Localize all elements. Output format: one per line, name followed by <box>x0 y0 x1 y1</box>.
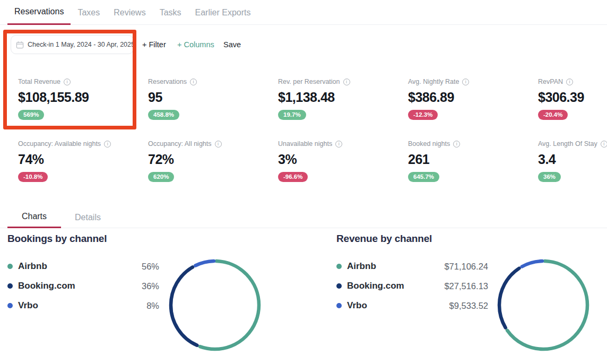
legend-item-vrbo: Vrbo 8% <box>7 299 159 312</box>
kpi-label: Total Revenue <box>18 78 60 85</box>
revenue-donut-chart[interactable] <box>496 257 591 353</box>
legend-dot <box>336 283 342 289</box>
legend-dot <box>7 283 13 289</box>
legend-item-booking-com: Booking.com $27,516.13 <box>336 280 488 292</box>
legend-label: Airbnb <box>18 261 142 272</box>
kpi-change-badge: 19.7% <box>278 110 306 120</box>
calendar-icon <box>16 41 24 49</box>
charts-details-tab-bar: Charts Details <box>0 206 607 228</box>
reservations-dashboard: Reservations Taxes Reviews Tasks Earlier… <box>0 0 607 364</box>
legend-value: $27,516.13 <box>444 281 488 291</box>
kpi-change-badge: 620% <box>148 172 174 182</box>
kpi-value: $108,155.89 <box>18 89 148 105</box>
legend-dot <box>336 264 342 269</box>
tab-charts[interactable]: Charts <box>7 206 61 228</box>
kpi-revpan: RevPAN $306.39 -20.4% <box>538 78 607 140</box>
info-icon[interactable] <box>104 141 111 148</box>
legend-dot <box>336 303 342 308</box>
kpi-value: 261 <box>408 151 538 167</box>
info-icon[interactable] <box>215 141 222 148</box>
info-icon[interactable] <box>190 79 197 85</box>
tab-tasks[interactable]: Tasks <box>153 0 188 25</box>
legend-label: Booking.com <box>18 281 142 291</box>
kpi-total-revenue: Total Revenue $108,155.89 569% <box>18 78 148 140</box>
kpi-label: Occupancy: All nights <box>148 140 212 148</box>
bookings-legend: Airbnb 56% Booking.com 36% Vrbo 8% <box>7 260 159 319</box>
revenue-legend: Airbnb $71,106.24 Booking.com $27,516.13… <box>336 260 488 319</box>
kpi-value: 74% <box>18 151 148 167</box>
legend-value: $9,533.52 <box>449 301 488 311</box>
kpi-label: Rev. per Reservation <box>278 78 340 85</box>
legend-label: Airbnb <box>347 261 444 272</box>
save-button[interactable]: Save <box>223 35 241 54</box>
kpi-booked-nights: Booked nights 261 645.7% <box>408 140 538 202</box>
tab-earlier-exports[interactable]: Earlier Exports <box>188 0 258 25</box>
info-icon[interactable] <box>462 79 469 85</box>
kpi-label: Avg. Nightly Rate <box>408 78 459 85</box>
kpi-value: 3% <box>278 151 408 167</box>
kpi-label: Booked nights <box>408 140 450 148</box>
kpi-label: Unavailable nights <box>278 140 332 148</box>
legend-value: $71,106.24 <box>444 262 488 272</box>
kpi-grid: Total Revenue $108,155.89 569% Reservati… <box>18 78 607 202</box>
info-icon[interactable] <box>64 79 71 85</box>
bookings-donut-chart[interactable] <box>167 257 263 353</box>
info-icon[interactable] <box>453 141 460 148</box>
legend-label: Vrbo <box>18 300 146 311</box>
tab-taxes[interactable]: Taxes <box>71 0 107 25</box>
kpi-value: $386.89 <box>408 89 538 105</box>
legend-item-vrbo: Vrbo $9,533.52 <box>336 299 488 312</box>
legend-value: 8% <box>146 301 159 311</box>
kpi-change-badge: -20.4% <box>538 110 568 120</box>
kpi-value: $306.39 <box>538 89 607 105</box>
date-range-value: Check-in 1 May, 2024 - 30 Apr, 2025 <box>28 41 135 48</box>
legend-label: Booking.com <box>347 281 444 291</box>
date-range-input[interactable]: Check-in 1 May, 2024 - 30 Apr, 2025 <box>11 35 134 54</box>
info-icon[interactable] <box>566 79 573 85</box>
legend-label: Vrbo <box>347 300 449 311</box>
kpi-value: 3.4 <box>538 151 607 167</box>
legend-value: 56% <box>142 262 159 272</box>
bookings-by-channel-title: Bookings by channel <box>7 233 107 245</box>
kpi-label: Reservations <box>148 78 187 85</box>
top-tab-bar: Reservations Taxes Reviews Tasks Earlier… <box>0 0 607 25</box>
legend-dot <box>7 303 13 308</box>
tab-reservations[interactable]: Reservations <box>7 0 71 25</box>
legend-item-booking-com: Booking.com 36% <box>7 280 159 292</box>
info-icon[interactable] <box>343 79 350 85</box>
kpi-change-badge: 36% <box>538 172 561 182</box>
kpi-value: 72% <box>148 151 278 167</box>
kpi-change-badge: -96.6% <box>278 172 308 182</box>
kpi-unavailable-nights: Unavailable nights 3% -96.6% <box>278 140 408 202</box>
kpi-occupancy-available-nights: Occupancy: Available nights 74% -10.8% <box>18 140 148 202</box>
kpi-avg-length-of-stay: Avg. Length Of Stay 3.4 36% <box>538 140 607 202</box>
legend-dot <box>7 264 13 269</box>
legend-value: 36% <box>142 281 159 291</box>
kpi-label: Avg. Length Of Stay <box>538 140 597 148</box>
kpi-change-badge: -12.3% <box>408 110 438 120</box>
info-icon[interactable] <box>601 141 607 148</box>
kpi-label: Occupancy: Available nights <box>18 140 101 148</box>
add-columns-button[interactable]: + Columns <box>177 35 214 54</box>
kpi-value: $1,138.48 <box>278 89 408 105</box>
kpi-change-badge: 569% <box>18 110 44 120</box>
kpi-change-badge: -10.8% <box>18 172 48 182</box>
tab-details[interactable]: Details <box>61 206 115 228</box>
kpi-change-badge: 458.8% <box>148 110 179 120</box>
kpi-rev-per-reservation: Rev. per Reservation $1,138.48 19.7% <box>278 78 408 140</box>
legend-item-airbnb: Airbnb $71,106.24 <box>336 260 488 273</box>
info-icon[interactable] <box>335 141 342 148</box>
kpi-occupancy-all-nights: Occupancy: All nights 72% 620% <box>148 140 278 202</box>
kpi-change-badge: 645.7% <box>408 172 439 182</box>
legend-item-airbnb: Airbnb 56% <box>7 260 159 273</box>
kpi-reservations: Reservations 95 458.8% <box>148 78 278 140</box>
add-filter-button[interactable]: + Filter <box>142 35 166 54</box>
kpi-label: RevPAN <box>538 78 563 85</box>
kpi-value: 95 <box>148 89 278 105</box>
revenue-by-channel-title: Revenue by channel <box>336 233 432 245</box>
tab-reviews[interactable]: Reviews <box>107 0 152 25</box>
kpi-avg-nightly-rate: Avg. Nightly Rate $386.89 -12.3% <box>408 78 538 140</box>
